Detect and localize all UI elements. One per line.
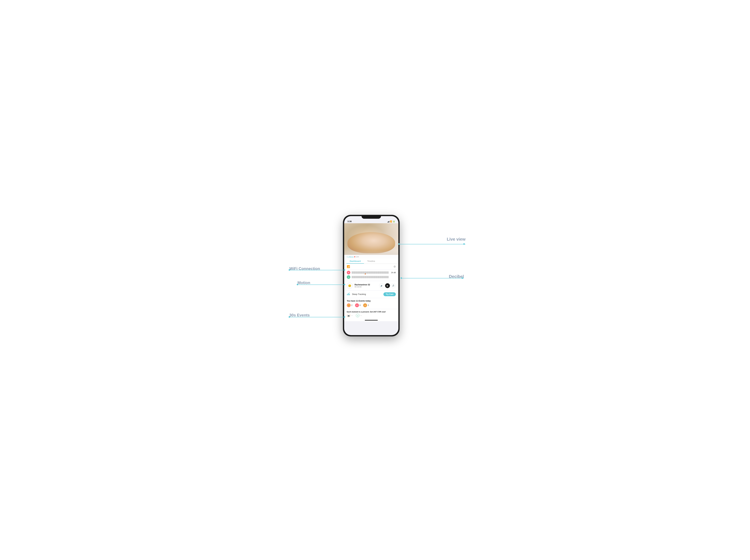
cvr-item-camera: 📷 -- [347, 314, 353, 317]
svg-rect-1 [348, 294, 348, 295]
seg [376, 272, 377, 274]
motion-event-count: 3 [368, 304, 369, 306]
seg [387, 276, 389, 278]
camera-live-view[interactable] [344, 223, 398, 255]
motion-meter-bar [352, 276, 389, 278]
seg [370, 276, 372, 278]
cry-event-icon: 😢 [347, 303, 351, 307]
seg [368, 272, 370, 274]
seg [370, 272, 372, 274]
events-section: You have 11 Events today 😢 2 ♥ 6 ◎ 3 [344, 298, 398, 309]
svg-text:z: z [350, 292, 350, 293]
live-text: Live [356, 256, 359, 258]
cry-event-count: 2 [351, 304, 353, 306]
seg [374, 276, 375, 278]
volume-button[interactable]: 🔊 [379, 283, 384, 288]
status-icons: 📶 🔋 [388, 220, 395, 223]
seg [378, 276, 379, 278]
sleep-tracking-section: z z Sleep Tracking Try Care [344, 291, 398, 298]
music-face-icon: 😐 [347, 283, 353, 288]
svg-rect-0 [347, 294, 348, 295]
seg [355, 276, 357, 278]
seg [363, 276, 364, 278]
seg [379, 272, 381, 274]
back-label: Lollipop [348, 256, 354, 258]
cvr-row: 📷 -- ◎ -- [347, 314, 396, 317]
nav-bar: ‹ Lollipop Live [344, 255, 398, 259]
tab-dashboard[interactable]: Dashboard [347, 259, 364, 264]
sound-segments [352, 272, 389, 274]
seg [361, 272, 362, 274]
tab-timeline[interactable]: Timeline [364, 259, 378, 264]
seg [353, 276, 355, 278]
phone-notch [361, 215, 381, 219]
cvr-title: Each moment is a present. Get 24/7 CVR n… [347, 311, 396, 313]
scene: 3:36 📶 🔋 [281, 210, 469, 350]
chevron-left-icon: ‹ [347, 256, 347, 258]
annotation-events: 30s Events [289, 313, 310, 317]
ann-dot-decibel-right [462, 277, 463, 279]
seg [368, 276, 370, 278]
ann-line-wifi [289, 270, 344, 270]
battery-icon: 🔋 [393, 220, 395, 223]
signal-bar-3 [389, 221, 389, 222]
motion-meter-icon: ◎ [347, 275, 350, 279]
wifi-icon: 📶 [347, 265, 350, 268]
ann-dot-motion-right [344, 284, 345, 285]
play-button[interactable]: ▶ [385, 283, 390, 288]
home-indicator [344, 319, 398, 321]
annotation-live-view: Live view [447, 237, 466, 242]
seg [367, 276, 368, 278]
svg-rect-3 [349, 294, 350, 295]
event-motion: ◎ 3 [363, 303, 369, 307]
ann-dot-wifi-left [289, 269, 290, 271]
sound-meter-bar [352, 272, 389, 274]
music-info: Rachmaninov 32 00:30:00 [355, 284, 377, 288]
seg [372, 276, 374, 278]
seg [383, 272, 385, 274]
seg [387, 272, 389, 274]
annotation-motion: Motion [297, 280, 310, 285]
cvr-section: Each moment is a present. Get 24/7 CVR n… [344, 309, 398, 319]
seg [359, 272, 361, 274]
back-button[interactable]: ‹ Lollipop Live [347, 256, 359, 258]
sound-event-icon: ♥ [355, 303, 359, 307]
try-care-button[interactable]: Try Care [383, 292, 396, 296]
phone-screen: 3:36 📶 🔋 [344, 216, 398, 335]
seg [357, 276, 359, 278]
seg [364, 276, 366, 278]
pillow-gradient [344, 250, 398, 255]
seg [352, 276, 353, 278]
seg [376, 276, 377, 278]
ann-dot-wifi-right [344, 269, 345, 271]
cvr-motion-icon: ◎ [356, 314, 359, 317]
ann-line-live-view [399, 244, 466, 244]
live-indicator-dot [354, 256, 355, 257]
seg [374, 272, 375, 274]
tabs-bar: Dashboard Timeline [344, 259, 398, 264]
seg [352, 272, 353, 274]
seg [363, 272, 364, 274]
seg [379, 276, 381, 278]
seg [385, 276, 387, 278]
seg [381, 276, 383, 278]
seg [359, 276, 361, 278]
ann-dot-motion-left [297, 284, 298, 285]
home-bar [365, 320, 378, 321]
sound-event-count: 6 [360, 304, 361, 306]
sleep-chart-icon: z z [347, 292, 350, 296]
wifi-row: 📶 ⚙ [344, 264, 398, 269]
event-sound: ♥ 6 [355, 303, 361, 307]
ann-dot-events-left [289, 316, 290, 318]
seg [355, 272, 357, 274]
motion-event-icon: ◎ [363, 303, 367, 307]
settings-gear-icon[interactable]: ⚙ [394, 265, 396, 268]
seg [357, 272, 359, 274]
signal-bar-2 [388, 221, 389, 222]
ann-line-decibel [401, 278, 464, 278]
ann-dot-decibel-left [401, 277, 402, 279]
sound-level-indicator [364, 273, 366, 274]
playlist-button[interactable]: 🎵 [391, 283, 396, 288]
wifi-status-icon: 📶 [390, 220, 392, 223]
motion-segments [352, 276, 389, 278]
